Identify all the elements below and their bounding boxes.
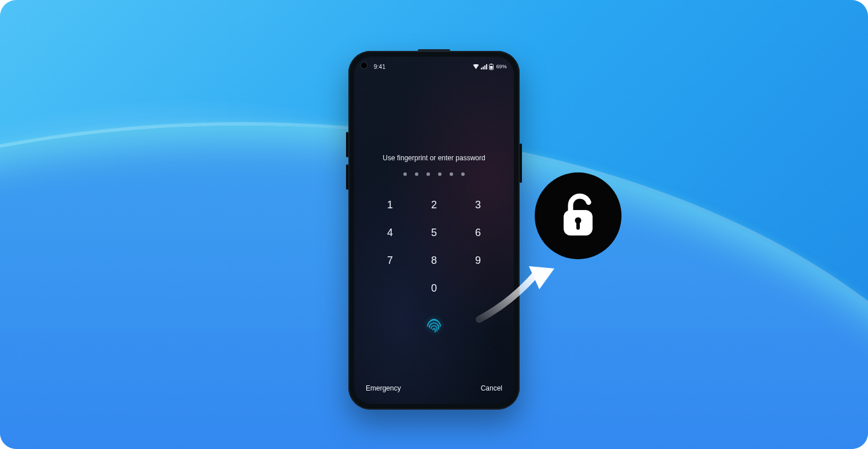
keypad-7[interactable]: 7 <box>374 248 406 273</box>
phone-screen: 9:41 <box>354 57 514 404</box>
pin-dot <box>426 172 430 176</box>
pin-dots <box>403 172 465 176</box>
svg-rect-2 <box>484 65 486 69</box>
svg-rect-6 <box>490 66 493 69</box>
battery-percent: 69% <box>496 64 507 69</box>
speaker-grille <box>418 49 450 52</box>
svg-rect-1 <box>483 67 484 69</box>
unlock-badge <box>535 172 621 259</box>
cancel-button[interactable]: Cancel <box>481 384 502 392</box>
signal-icon <box>481 64 487 69</box>
status-time: 9:41 <box>374 64 385 70</box>
status-bar: 9:41 <box>354 57 514 73</box>
pin-dot <box>403 172 407 176</box>
keypad-0[interactable]: 0 <box>418 275 450 301</box>
lock-bottom-bar: Emergency Cancel <box>354 375 514 404</box>
pin-dot <box>450 172 453 176</box>
keypad-8[interactable]: 8 <box>418 248 450 273</box>
wifi-icon <box>473 64 479 69</box>
power-button <box>520 143 522 183</box>
volume-down-button <box>346 164 348 190</box>
fingerprint-icon <box>424 314 444 334</box>
svg-rect-3 <box>486 64 487 69</box>
fingerprint-sensor[interactable] <box>421 311 447 337</box>
keypad-1[interactable]: 1 <box>374 192 406 218</box>
lock-screen: Use fingerprint or enter password 1 2 3 … <box>354 73 514 375</box>
status-indicators: 69% <box>473 64 507 70</box>
volume-up-button <box>346 132 348 157</box>
phone-mock: 9:41 <box>348 51 520 410</box>
lock-prompt: Use fingerprint or enter password <box>382 154 485 162</box>
svg-rect-9 <box>576 222 580 230</box>
arrow-icon <box>475 255 561 326</box>
front-camera <box>361 62 367 68</box>
keypad-3[interactable]: 3 <box>462 192 494 218</box>
keypad-4[interactable]: 4 <box>374 220 406 245</box>
unlock-icon <box>558 192 598 240</box>
pin-dot <box>461 172 465 176</box>
keypad-5[interactable]: 5 <box>418 220 450 245</box>
svg-rect-0 <box>481 68 482 69</box>
pin-dot <box>438 172 442 176</box>
illustration-card: 9:41 <box>0 0 868 449</box>
emergency-button[interactable]: Emergency <box>366 384 401 392</box>
keypad-2[interactable]: 2 <box>418 192 450 218</box>
battery-icon <box>489 64 494 70</box>
keypad-6[interactable]: 6 <box>462 220 494 245</box>
pin-dot <box>415 172 418 176</box>
